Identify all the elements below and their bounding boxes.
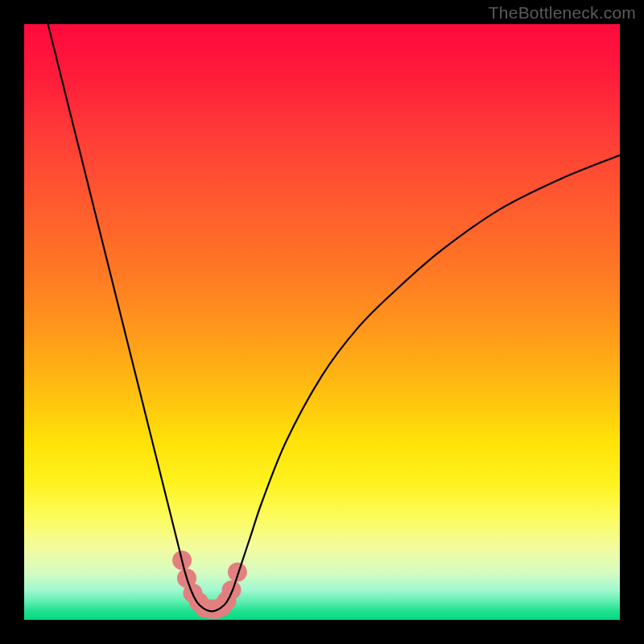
bottleneck-curve [48, 24, 620, 611]
watermark-text: TheBottleneck.com [489, 3, 636, 23]
marker-layer [172, 551, 247, 619]
highlight-dot [228, 563, 247, 582]
chart-svg [24, 24, 620, 620]
chart-frame: TheBottleneck.com [0, 0, 644, 644]
highlight-dot [222, 580, 242, 600]
plot-area [24, 24, 620, 620]
